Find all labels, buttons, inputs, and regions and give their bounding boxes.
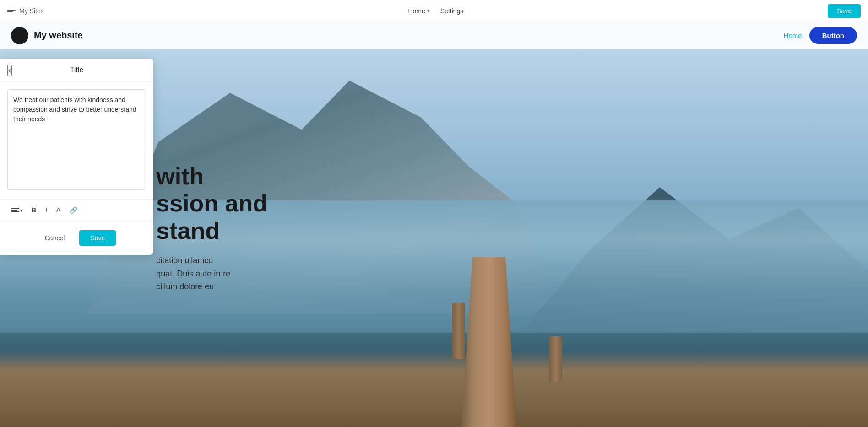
edit-panel-header: ‹ Title — [0, 59, 153, 82]
edit-panel-body — [0, 82, 153, 199]
edit-textarea[interactable] — [7, 89, 146, 190]
align-icon — [11, 208, 19, 212]
main-content: with ssion and stand citation ullamco qu… — [0, 49, 868, 427]
hero-heading: with ssion and stand — [156, 163, 267, 245]
back-button[interactable]: ‹ — [7, 65, 12, 76]
save-panel-button[interactable]: Save — [79, 230, 116, 246]
dock-post-left — [452, 303, 465, 359]
hero-text-block: with ssion and stand citation ullamco qu… — [156, 163, 267, 294]
edit-formatting-toolbar: ▾ B I A 🔗 — [0, 199, 153, 221]
dock-plank — [461, 257, 516, 427]
settings-nav-label: Settings — [440, 7, 464, 15]
italic-button[interactable]: I — [42, 204, 51, 216]
site-logo: My website — [11, 27, 83, 44]
top-toolbar-right: Save — [828, 4, 861, 18]
settings-nav-item[interactable]: Settings — [440, 7, 464, 15]
site-logo-circle — [11, 27, 28, 44]
dock-post-right — [549, 336, 562, 382]
link-button[interactable]: 🔗 — [66, 204, 81, 216]
site-nav-home[interactable]: Home — [784, 32, 802, 39]
edit-panel-title: Title — [70, 66, 84, 74]
home-nav-item[interactable]: Home ▾ — [408, 7, 429, 15]
link-icon: 🔗 — [70, 206, 77, 214]
my-sites-nav[interactable]: My Sites — [7, 7, 44, 15]
italic-icon: I — [45, 206, 47, 214]
header-cta-button[interactable]: Button — [809, 27, 857, 44]
color-button[interactable]: A — [53, 204, 64, 216]
bold-button[interactable]: B — [28, 204, 40, 216]
color-icon: A — [56, 206, 60, 214]
top-toolbar: My Sites Home ▾ Settings Save — [0, 0, 868, 22]
site-header: My website Home Button — [0, 22, 868, 49]
edit-panel-footer: Cancel Save — [0, 221, 153, 255]
cancel-button[interactable]: Cancel — [38, 231, 72, 245]
edit-panel: ‹ Title ▾ B I A — [0, 59, 153, 255]
home-nav-chevron: ▾ — [427, 8, 429, 13]
hero-subtext: citation ullamco quat. Duis aute irure c… — [156, 254, 267, 293]
dock-wrapper — [397, 200, 580, 427]
site-name: My website — [34, 30, 83, 41]
align-button[interactable]: ▾ — [7, 205, 26, 215]
sites-icon — [7, 8, 16, 14]
top-nav: Home ▾ Settings — [408, 7, 463, 15]
home-nav-label: Home — [408, 7, 425, 15]
bold-icon: B — [32, 206, 36, 214]
my-sites-label: My Sites — [19, 7, 44, 15]
save-top-button[interactable]: Save — [828, 4, 861, 18]
align-chevron: ▾ — [20, 208, 22, 213]
site-header-nav: Home Button — [784, 27, 857, 44]
